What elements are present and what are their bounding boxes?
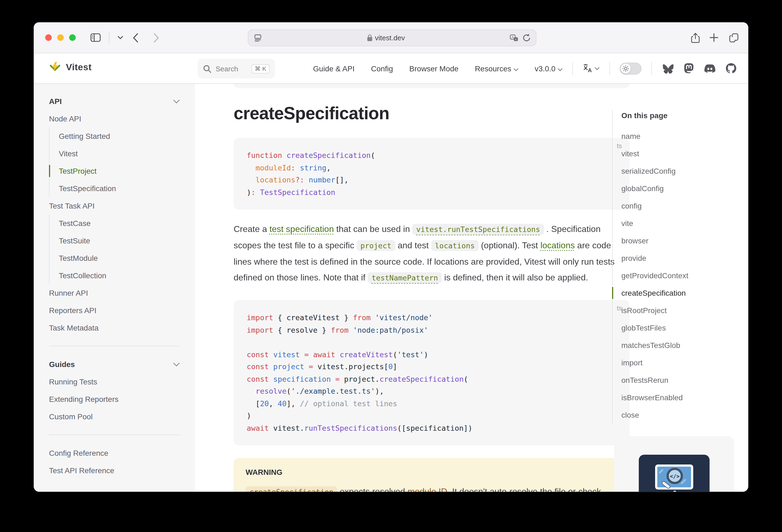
address-bar[interactable]: vitest.dev A x xyxy=(248,29,536,46)
sidebar-item-extending-reporters[interactable]: Extending Reporters xyxy=(49,390,180,408)
sidebar-toggle-button[interactable] xyxy=(87,30,103,45)
code-token xyxy=(335,350,340,359)
nav-resources-dropdown[interactable]: Resources xyxy=(475,64,519,73)
search-button[interactable]: Search ⌘ K xyxy=(198,59,275,78)
chevron-down-icon xyxy=(173,99,180,103)
sidebar-item-running-tests[interactable]: Running Tests xyxy=(49,373,180,390)
forward-button[interactable] xyxy=(148,30,165,45)
outline-item-matchestestglob[interactable]: matchesTestGlob xyxy=(621,336,743,354)
share-button[interactable] xyxy=(687,30,704,45)
code-token xyxy=(247,175,256,184)
sidebar-item-testmodule[interactable]: TestModule xyxy=(59,249,180,267)
sidebar-item-test-api-reference[interactable]: Test API Reference xyxy=(49,462,180,479)
zoom-window-button[interactable] xyxy=(69,34,76,41)
language-menu[interactable]: A xyxy=(583,64,600,73)
sidebar-item-runner-api[interactable]: Runner API xyxy=(49,284,180,302)
lock-icon xyxy=(367,34,372,41)
sidebar-item-task-metadata[interactable]: Task Metadata xyxy=(49,319,180,336)
sidebar-item-custom-pool[interactable]: Custom Pool xyxy=(49,408,180,425)
nav-version-dropdown[interactable]: v3.0.0 xyxy=(535,64,563,73)
code-token: moduleId xyxy=(256,163,291,172)
nav-guide-api[interactable]: Guide & API xyxy=(313,64,355,73)
outline-item-getprovidedcontext[interactable]: getProvidedContext xyxy=(621,267,743,284)
code-line: moduleId: string, xyxy=(247,162,616,174)
translate-page-icon[interactable]: A x xyxy=(510,34,519,42)
sidebar-item-testcase[interactable]: TestCase xyxy=(59,215,180,232)
tab-overview-button[interactable] xyxy=(725,30,742,45)
code-token xyxy=(304,362,309,371)
sidebar-item-node-api[interactable]: Node API xyxy=(49,110,180,128)
outline-item-config[interactable]: config xyxy=(621,197,743,215)
sidebar-divider xyxy=(49,434,180,435)
nav-divider xyxy=(572,62,573,75)
code-line: function createSpecification( xyxy=(247,149,616,162)
inline-link[interactable]: locations xyxy=(540,241,575,250)
discord-icon[interactable] xyxy=(704,64,716,73)
toolbar-divider xyxy=(109,32,109,43)
outline-item-ontestsrerun[interactable]: onTestsRerun xyxy=(621,371,743,389)
inline-link[interactable]: module ID xyxy=(407,487,448,492)
github-icon[interactable] xyxy=(726,63,736,73)
code-token: const xyxy=(247,350,269,359)
code-token xyxy=(295,163,300,172)
sidebar-menu-button[interactable] xyxy=(112,30,129,45)
outline-item-isbrowserenabled[interactable]: isBrowserEnabled xyxy=(621,389,743,406)
back-button[interactable] xyxy=(128,30,144,45)
sidebar-item-test-task-api[interactable]: Test Task API xyxy=(49,197,180,215)
sidebar-item-config-reference[interactable]: Config Reference xyxy=(49,444,180,462)
outline-item-name[interactable]: name xyxy=(621,128,743,145)
nav-browser-mode[interactable]: Browser Mode xyxy=(409,64,459,73)
sidebar-item-label: Vitest xyxy=(59,149,78,158)
theme-toggle[interactable] xyxy=(620,62,641,74)
inline-link[interactable]: test specification xyxy=(270,224,334,234)
sidebar-item-reporters-api[interactable]: Reporters API xyxy=(49,302,180,319)
code-token: const xyxy=(247,375,269,383)
sponsor-ad-card[interactable]: </> xyxy=(614,436,734,492)
code-token: 20 xyxy=(260,399,269,407)
sidebar-item-api[interactable]: API xyxy=(49,93,180,110)
outline-item-vite[interactable]: vite xyxy=(621,215,743,232)
code-token xyxy=(269,362,273,371)
new-tab-button[interactable] xyxy=(706,30,722,45)
code-token xyxy=(304,175,309,184)
code-token: './example.test.ts' xyxy=(291,387,375,395)
nav-divider xyxy=(651,62,652,75)
inline-code-link[interactable]: vitest.runTestSpecifications xyxy=(412,224,544,235)
outline-item-globalconfig[interactable]: globalConfig xyxy=(621,180,743,197)
code-line: ): TestSpecification xyxy=(247,186,616,198)
sidebar-item-testcollection[interactable]: TestCollection xyxy=(59,267,180,284)
outline-item-browser[interactable]: browser xyxy=(621,232,743,249)
chevron-down-icon xyxy=(118,36,123,39)
minimize-window-button[interactable] xyxy=(57,34,64,41)
sidebar-item-testproject[interactable]: TestProject xyxy=(59,162,180,180)
outline-item-serializedconfig[interactable]: serializedConfig xyxy=(621,162,743,180)
reload-icon[interactable] xyxy=(523,34,530,42)
code-token: [], xyxy=(335,175,349,184)
code-token: ?: xyxy=(295,175,305,184)
reader-icon[interactable] xyxy=(254,34,262,42)
outline-item-vitest[interactable]: vitest xyxy=(621,145,743,162)
close-window-button[interactable] xyxy=(45,34,52,41)
outline-item-import[interactable]: import xyxy=(621,354,743,371)
mastodon-icon[interactable] xyxy=(684,63,694,73)
sidebar-item-vitest[interactable]: Vitest xyxy=(59,145,180,162)
sidebar-item-testsuite[interactable]: TestSuite xyxy=(59,232,180,249)
site-logo[interactable]: Vitest xyxy=(48,61,92,74)
outline-item-provide[interactable]: provide xyxy=(621,249,743,267)
outline-item-createspecification[interactable]: createSpecification xyxy=(621,284,743,302)
sidebar-item-getting-started[interactable]: Getting Started xyxy=(59,128,180,145)
share-icon xyxy=(691,32,700,43)
sidebar-item-testspecification[interactable]: TestSpecification xyxy=(59,180,180,197)
sidebar-divider xyxy=(49,346,180,346)
sidebar-item-label: Getting Started xyxy=(59,132,110,141)
outline-item-close[interactable]: close xyxy=(621,406,743,424)
outline-item-isrootproject[interactable]: isRootProject xyxy=(621,302,743,319)
sidebar-item-label: TestSuite xyxy=(59,236,90,245)
code-line: import { resolve } from 'node:path/posix… xyxy=(247,324,616,336)
bluesky-icon[interactable] xyxy=(663,64,674,73)
nav-config[interactable]: Config xyxy=(371,64,393,73)
sidebar-item-guides[interactable]: Guides xyxy=(49,356,180,373)
outline-item-globtestfiles[interactable]: globTestFiles xyxy=(621,319,743,336)
inline-code-link[interactable]: testNamePattern xyxy=(368,272,442,283)
code-token: // optional test lines xyxy=(300,399,397,407)
